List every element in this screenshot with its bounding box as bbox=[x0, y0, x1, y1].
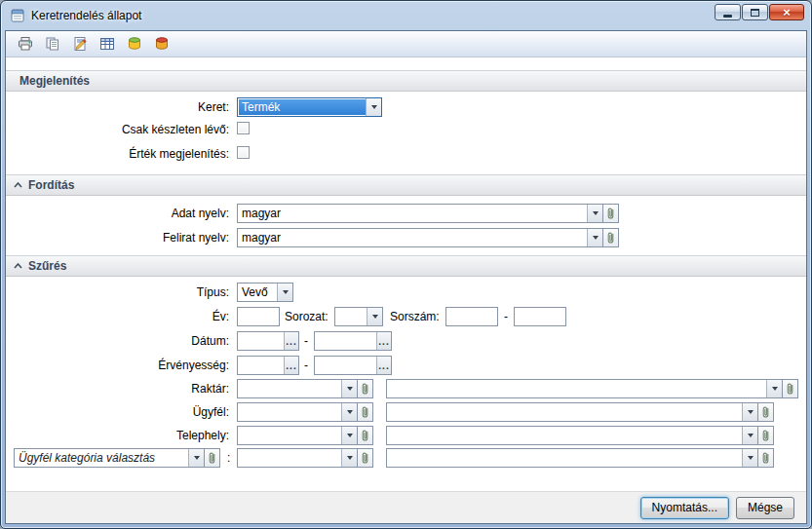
maximize-icon bbox=[751, 9, 759, 17]
kategoria-separator: : bbox=[227, 451, 230, 465]
sorozat-combobox[interactable] bbox=[334, 307, 383, 326]
collapse-chevron-icon[interactable] bbox=[14, 263, 22, 269]
adat-nyelv-attach-button[interactable] bbox=[603, 204, 619, 223]
telephely-attach-button[interactable] bbox=[358, 426, 373, 445]
ugyfel-attach-button[interactable] bbox=[358, 402, 373, 422]
kategoria-type-value: Ügyfél kategória választás bbox=[16, 450, 188, 466]
kategoria-attach-button[interactable] bbox=[358, 448, 373, 468]
felirat-nyelv-combobox[interactable]: magyar bbox=[237, 228, 603, 247]
datum-from-field[interactable]: ... bbox=[237, 331, 299, 351]
chevron-down-icon[interactable] bbox=[341, 449, 357, 467]
ertek-checkbox[interactable] bbox=[237, 146, 250, 159]
sorszam-label: Sorszám: bbox=[390, 310, 440, 323]
ervenyesseg-label: Érvényesség: bbox=[6, 359, 229, 372]
felirat-nyelv-attach-button[interactable] bbox=[603, 228, 619, 247]
arrow-glyph bbox=[748, 410, 754, 414]
cancel-button[interactable]: Mégse bbox=[736, 497, 794, 519]
chevron-down-icon[interactable] bbox=[341, 427, 357, 444]
chevron-down-icon[interactable] bbox=[766, 380, 782, 397]
sorszam-from-input[interactable] bbox=[445, 307, 498, 326]
datum-row: Dátum: ... - ... bbox=[6, 331, 806, 352]
ev-label: Év: bbox=[6, 310, 229, 323]
export-data-toolbar-button[interactable] bbox=[124, 34, 144, 55]
ervenyesseg-from-field[interactable]: ... bbox=[237, 356, 299, 375]
arrow-glyph bbox=[372, 315, 378, 319]
kategoria-combobox[interactable] bbox=[237, 448, 358, 468]
telephely-name-attach-button[interactable] bbox=[758, 426, 774, 445]
close-icon: × bbox=[783, 5, 791, 19]
chevron-down-icon[interactable] bbox=[366, 98, 381, 116]
collapse-chevron-icon[interactable] bbox=[14, 182, 22, 188]
chevron-down-icon[interactable] bbox=[587, 229, 602, 246]
kategoria-name-attach-button[interactable] bbox=[758, 448, 774, 468]
toolbar bbox=[6, 31, 806, 57]
minimize-button[interactable] bbox=[715, 4, 741, 20]
window-controls: × bbox=[715, 4, 804, 20]
datum-label: Dátum: bbox=[6, 334, 229, 348]
raktar-name-attach-button[interactable] bbox=[783, 379, 798, 398]
chevron-down-icon[interactable] bbox=[341, 380, 357, 397]
telephely-name-value bbox=[388, 428, 742, 443]
adat-nyelv-combobox[interactable]: magyar bbox=[237, 204, 603, 223]
raktar-name-combobox[interactable] bbox=[386, 379, 783, 398]
telephely-name-combobox[interactable] bbox=[386, 426, 758, 445]
form-body: Megjelenítés Keret: Termék Csak készlete… bbox=[6, 57, 806, 491]
ugyfel-row: Ügyfél: bbox=[6, 402, 806, 423]
kategoria-type-combobox[interactable]: Ügyfél kategória választás bbox=[14, 448, 205, 468]
export-data-icon bbox=[127, 36, 142, 52]
ugyfel-name-value bbox=[388, 404, 742, 420]
chevron-down-icon[interactable] bbox=[367, 308, 382, 325]
telephely-combobox[interactable] bbox=[237, 426, 358, 445]
csak-keszleten-checkbox[interactable] bbox=[237, 122, 250, 134]
ev-input[interactable] bbox=[237, 307, 280, 326]
chevron-down-icon[interactable] bbox=[188, 449, 204, 467]
ugyfel-combobox[interactable] bbox=[237, 402, 358, 422]
export-report-toolbar-button[interactable] bbox=[151, 34, 172, 55]
chevron-down-icon[interactable] bbox=[277, 283, 292, 301]
ervenyesseg-to-picker-button[interactable]: ... bbox=[376, 357, 391, 374]
maximize-button[interactable] bbox=[742, 4, 768, 20]
footer: Nyomtatás... Mégse bbox=[6, 491, 806, 523]
chevron-down-icon[interactable] bbox=[742, 403, 757, 421]
ugyfel-value bbox=[239, 404, 341, 420]
section-header-megjelenites[interactable]: Megjelenítés bbox=[6, 70, 806, 92]
ugyfel-name-attach-button[interactable] bbox=[758, 402, 774, 422]
table-view-icon bbox=[99, 36, 115, 52]
sorozat-label: Sorozat: bbox=[285, 310, 329, 323]
datum-separator: - bbox=[304, 334, 308, 348]
sorszam-to-input[interactable] bbox=[514, 307, 566, 326]
chevron-down-icon[interactable] bbox=[341, 403, 357, 421]
table-view-toolbar-button[interactable] bbox=[97, 34, 117, 55]
kategoria-name-combobox[interactable] bbox=[386, 448, 758, 468]
section-title-forditas: Fordítás bbox=[28, 178, 74, 192]
edit-report-toolbar-button[interactable] bbox=[69, 34, 90, 55]
print-confirm-button[interactable]: Nyomtatás... bbox=[640, 497, 729, 519]
arrow-glyph bbox=[772, 387, 778, 391]
datum-from-picker-button[interactable]: ... bbox=[284, 332, 298, 350]
section-header-szures[interactable]: Szűrés bbox=[6, 255, 806, 277]
ervenyesseg-from-picker-button[interactable]: ... bbox=[284, 357, 298, 374]
keret-label: Keret: bbox=[6, 100, 229, 114]
keret-combobox[interactable]: Termék bbox=[237, 97, 382, 117]
print-preview-toolbar-button[interactable] bbox=[42, 34, 62, 55]
kategoria-type-attach-button[interactable] bbox=[205, 448, 220, 468]
ugyfel-name-combobox[interactable] bbox=[386, 402, 758, 422]
datum-to-picker-button[interactable]: ... bbox=[376, 332, 391, 350]
chevron-down-icon[interactable] bbox=[742, 427, 757, 444]
raktar-attach-button[interactable] bbox=[358, 379, 373, 398]
datum-to-field[interactable]: ... bbox=[314, 331, 392, 351]
paperclip-icon bbox=[760, 405, 771, 419]
tipus-row: Típus: Vevő bbox=[6, 283, 806, 303]
ugyfel-label: Ügyfél: bbox=[6, 405, 229, 419]
ervenyesseg-to-field[interactable]: ... bbox=[314, 356, 392, 375]
titlebar[interactable]: Keretrendelés állapot × bbox=[1, 1, 811, 29]
chevron-down-icon[interactable] bbox=[742, 449, 757, 467]
dialog-window: Keretrendelés állapot × bbox=[0, 0, 812, 529]
section-header-forditas[interactable]: Fordítás bbox=[6, 174, 806, 196]
chevron-down-icon[interactable] bbox=[587, 205, 602, 222]
print-toolbar-button[interactable] bbox=[15, 34, 35, 55]
raktar-combobox[interactable] bbox=[237, 379, 358, 398]
tipus-combobox[interactable]: Vevő bbox=[237, 283, 293, 302]
csak-keszleten-label: Csak készleten lévő: bbox=[6, 123, 229, 136]
close-button[interactable]: × bbox=[769, 4, 804, 20]
